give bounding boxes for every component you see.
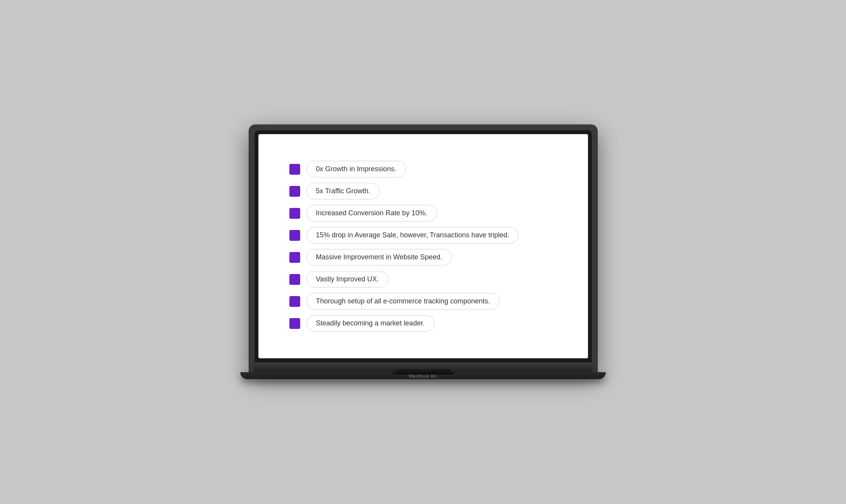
item-box-1: 0x Growth in Impressions. [306, 161, 406, 177]
laptop-body: 0x Growth in Impressions. 5x Traffic Gro… [249, 125, 597, 372]
list-item: Steadily becoming a market leader. [289, 315, 557, 332]
bullet-icon-4 [289, 230, 300, 241]
screen: 0x Growth in Impressions. 5x Traffic Gro… [258, 134, 588, 358]
bullet-icon-7 [289, 296, 300, 307]
macbook-label: MacBook Air [409, 374, 437, 378]
bullet-icon-6 [289, 274, 300, 285]
bullet-icon-1 [289, 164, 300, 175]
item-box-7: Thorough setup of all e-commerce trackin… [306, 293, 500, 310]
list-item: 5x Traffic Growth. [289, 183, 557, 199]
item-box-4: 15% drop in Average Sale, however, Trans… [306, 227, 519, 243]
list-item: Thorough setup of all e-commerce trackin… [289, 293, 557, 310]
list-item: 0x Growth in Impressions. [289, 161, 557, 177]
items-list: 0x Growth in Impressions. 5x Traffic Gro… [289, 161, 557, 332]
bullet-icon-3 [289, 208, 300, 219]
laptop-base [255, 362, 592, 372]
item-box-2: 5x Traffic Growth. [306, 183, 380, 199]
list-item: Vastly Improved UX. [289, 271, 557, 288]
bullet-icon-5 [289, 252, 300, 263]
list-item: 15% drop in Average Sale, however, Trans… [289, 227, 557, 243]
item-box-6: Vastly Improved UX. [306, 271, 389, 288]
item-box-3: Increased Conversion Rate by 10%. [306, 205, 437, 221]
item-box-8: Steadily becoming a market leader. [306, 315, 434, 332]
list-item: Increased Conversion Rate by 10%. [289, 205, 557, 221]
laptop-bottom: MacBook Air [240, 372, 606, 379]
bullet-icon-2 [289, 186, 300, 197]
bullet-icon-8 [289, 318, 300, 329]
laptop-mockup: 0x Growth in Impressions. 5x Traffic Gro… [249, 125, 597, 379]
item-box-5: Massive Improvement in Website Speed. [306, 249, 452, 266]
list-item: Massive Improvement in Website Speed. [289, 249, 557, 266]
screen-bezel: 0x Growth in Impressions. 5x Traffic Gro… [255, 130, 592, 362]
